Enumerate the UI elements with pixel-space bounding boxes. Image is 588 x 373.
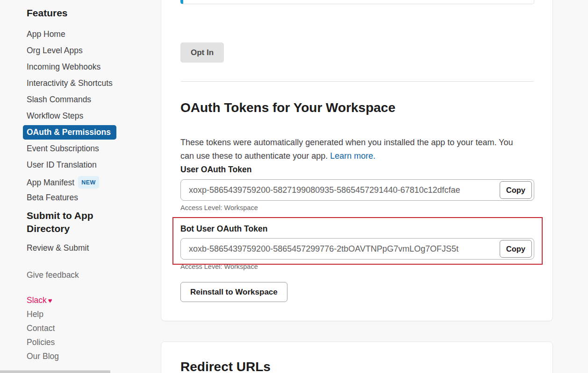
copy-user-token-button[interactable]: Copy <box>500 181 532 199</box>
redirect-urls-card: Redirect URLs <box>161 341 553 373</box>
footer-link-contact[interactable]: Contact <box>27 323 155 333</box>
user-oauth-token-label: User OAuth Token <box>180 165 251 175</box>
selected-nav-pill: OAuth & Permissions <box>23 125 116 140</box>
sidebar-nav-features: App Home Org Level Apps Incoming Webhook… <box>27 29 155 203</box>
opt-in-button[interactable]: Opt In <box>180 42 224 63</box>
oauth-permissions-card: At least one redirect URL needs to be se… <box>161 0 553 321</box>
sidebar-item-slash-commands[interactable]: Slash Commands <box>27 94 155 105</box>
token-rotation-warning-banner: At least one redirect URL needs to be se… <box>180 0 534 4</box>
heart-icon: ♥ <box>48 296 52 304</box>
bot-user-oauth-token-value: xoxb-5865439759200-5865457299776-2tbOAVT… <box>189 239 499 259</box>
sidebar-item-app-manifest[interactable]: App ManifestNEW <box>27 176 155 186</box>
sidebar-item-review-submit[interactable]: Review & Submit <box>27 243 155 253</box>
sidebar-heading-features: Features <box>27 7 155 19</box>
section-divider <box>181 81 534 82</box>
sidebar-heading-submit: Submit to App Directory <box>27 209 111 235</box>
sidebar-item-beta-features[interactable]: Beta Features <box>27 192 155 203</box>
redirect-urls-title: Redirect URLs <box>180 359 271 373</box>
learn-more-link[interactable]: Learn more. <box>330 151 375 161</box>
banner-message: At least one redirect URL needs to be se… <box>216 0 510 0</box>
sidebar-nav-submit: Review & Submit <box>27 243 155 253</box>
bot-token-access-level: Access Level: Workspace <box>180 263 258 270</box>
sidebar-footer-nav: Slack♥ Help Contact Policies Our Blog <box>27 295 155 361</box>
footer-link-our-blog[interactable]: Our Blog <box>27 351 155 361</box>
footer-link-policies[interactable]: Policies <box>27 337 155 347</box>
sidebar-item-incoming-webhooks[interactable]: Incoming Webhooks <box>27 62 155 72</box>
footer-link-help[interactable]: Help <box>27 309 155 319</box>
sidebar-item-interactivity-shortcuts[interactable]: Interactivity & Shortcuts <box>27 78 155 88</box>
sidebar-item-org-level-apps[interactable]: Org Level Apps <box>27 45 155 56</box>
bot-user-oauth-token-label: Bot User OAuth Token <box>180 224 267 234</box>
footer-link-slack[interactable]: Slack♥ <box>27 295 155 305</box>
oauth-section-title: OAuth Tokens for Your Workspace <box>180 99 395 116</box>
sidebar-item-event-subscriptions[interactable]: Event Subscriptions <box>27 143 155 154</box>
user-oauth-token-field[interactable]: xoxp-5865439759200-5827199080935-5865457… <box>180 179 534 201</box>
sidebar-item-oauth-permissions[interactable]: OAuth & Permissions <box>27 127 155 137</box>
bot-user-oauth-token-field[interactable]: xoxb-5865439759200-5865457299776-2tbOAVT… <box>180 238 534 260</box>
sidebar-item-workflow-steps[interactable]: Workflow Steps <box>27 111 155 121</box>
new-badge: NEW <box>78 176 99 189</box>
reinstall-to-workspace-button[interactable]: Reinstall to Workspace <box>180 282 287 302</box>
give-feedback-link[interactable]: Give feedback <box>27 270 155 280</box>
sidebar-item-user-id-translation[interactable]: User ID Translation <box>27 160 155 170</box>
oauth-section-description: These tokens were automatically generate… <box>180 136 522 163</box>
copy-bot-token-button[interactable]: Copy <box>500 240 532 258</box>
sidebar-item-app-home[interactable]: App Home <box>27 29 155 39</box>
page: Features App Home Org Level Apps Incomin… <box>0 0 588 373</box>
user-token-access-level: Access Level: Workspace <box>180 204 258 211</box>
sidebar: Features App Home Org Level Apps Incomin… <box>27 7 155 365</box>
user-oauth-token-value: xoxp-5865439759200-5827199080935-5865457… <box>189 180 499 200</box>
horizontal-scrollbar-thumb[interactable] <box>0 370 110 373</box>
